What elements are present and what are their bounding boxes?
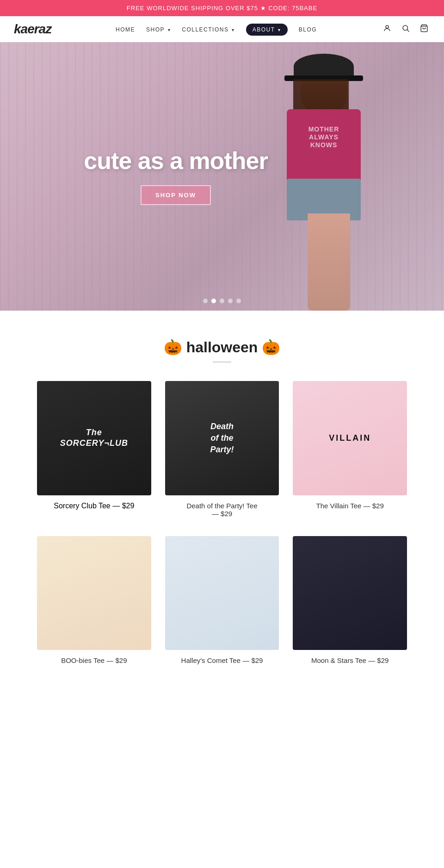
- product-card-villain[interactable]: The Villain Tee — $29: [293, 381, 407, 518]
- product-price-separator-villain: —: [364, 502, 372, 510]
- halloween-section-row2: BOO-bies Tee — $29 Halley's Comet Tee — …: [0, 536, 444, 702]
- product-image-death: [165, 381, 279, 495]
- section-title-halloween: 🎃 halloween 🎃: [37, 338, 407, 356]
- nav-item-shop[interactable]: SHOP ▾: [146, 25, 171, 33]
- product-title-villain: The Villain Tee: [316, 502, 362, 510]
- hero-content: cute as a mother SHOP NOW: [84, 148, 267, 205]
- product-name-villain: The Villain Tee — $29: [293, 502, 407, 510]
- nav-icon-group: [381, 22, 430, 36]
- product-price-halley: $29: [251, 656, 263, 664]
- nav-links: HOME SHOP ▾ COLLECTIONS ▾ ABOUT ▾ BLOG: [116, 25, 317, 33]
- collections-chevron-icon: ▾: [232, 27, 235, 32]
- product-card-boobies[interactable]: BOO-bies Tee — $29: [37, 536, 151, 665]
- product-title-boobies: BOO-bies Tee: [61, 656, 105, 664]
- shop-chevron-icon: ▾: [168, 27, 171, 32]
- svg-point-0: [386, 25, 388, 28]
- product-price-separator-death: —: [212, 510, 221, 518]
- announcement-text: FREE WORLDWIDE SHIPPING OVER $75 ★ CODE:…: [127, 5, 317, 12]
- product-name-sorcery: Sorcery Club Tee — $29: [37, 502, 151, 510]
- product-price-boobies: $29: [115, 656, 127, 664]
- product-price-moon: $29: [377, 656, 388, 664]
- product-image-boobies: [37, 536, 151, 650]
- nav-link-blog[interactable]: BLOG: [299, 26, 317, 33]
- product-price-villain: $29: [372, 502, 384, 510]
- product-name-halley: Halley's Comet Tee — $29: [165, 656, 279, 664]
- halloween-section: 🎃 halloween 🎃 Sorcery Club Tee — $29 Dea…: [0, 311, 444, 536]
- site-logo[interactable]: kaeraz: [14, 22, 51, 37]
- hero-dot-4[interactable]: [228, 299, 233, 303]
- product-grid-row2: BOO-bies Tee — $29 Halley's Comet Tee — …: [37, 536, 407, 665]
- hero-dot-3[interactable]: [220, 299, 224, 303]
- product-title-moon: Moon & Stars Tee: [311, 656, 366, 664]
- product-name-moon: Moon & Stars Tee — $29: [293, 656, 407, 664]
- hero-dot-1[interactable]: [203, 299, 208, 303]
- nav-link-collections[interactable]: COLLECTIONS ▾: [182, 26, 235, 33]
- product-price-sorcery: $29: [122, 502, 135, 510]
- product-price-death: $29: [221, 510, 232, 518]
- product-image-villain: [293, 381, 407, 495]
- product-price-separator-moon: —: [368, 656, 377, 664]
- nav-link-shop[interactable]: SHOP ▾: [146, 26, 171, 33]
- nav-item-blog[interactable]: BLOG: [299, 25, 317, 33]
- product-image-sorcery: [37, 381, 151, 495]
- cart-icon[interactable]: [418, 22, 430, 36]
- nav-item-home[interactable]: HOME: [116, 25, 135, 33]
- nav-item-collections[interactable]: COLLECTIONS ▾: [182, 25, 235, 33]
- nav-item-about[interactable]: ABOUT ▾: [246, 25, 288, 33]
- product-price-separator-boobies: —: [106, 656, 115, 664]
- account-icon[interactable]: [381, 22, 393, 36]
- hero-shop-now-button[interactable]: SHOP NOW: [141, 185, 211, 205]
- product-price-separator-halley: —: [242, 656, 251, 664]
- hero-dot-2[interactable]: [211, 299, 216, 303]
- svg-point-1: [403, 25, 408, 31]
- svg-line-2: [407, 30, 409, 31]
- product-title-halley: Halley's Comet Tee: [181, 656, 240, 664]
- product-title-death: Death of the Party! Tee: [186, 502, 257, 510]
- product-name-boobies: BOO-bies Tee — $29: [37, 656, 151, 664]
- product-image-moon: [293, 536, 407, 650]
- hero-title: cute as a mother: [84, 148, 267, 174]
- main-nav: kaeraz HOME SHOP ▾ COLLECTIONS ▾ ABOUT ▾…: [0, 16, 444, 42]
- hero-section: MOTHERALWAYSKNOWS cute as a mother SHOP …: [0, 42, 444, 311]
- hero-dot-5[interactable]: [236, 299, 241, 303]
- about-chevron-icon: ▾: [278, 27, 281, 32]
- product-title-sorcery: Sorcery Club Tee: [54, 502, 110, 510]
- nav-link-home[interactable]: HOME: [116, 26, 135, 33]
- product-image-halley: [165, 536, 279, 650]
- product-price-separator-sorcery: —: [112, 502, 122, 510]
- announcement-bar: FREE WORLDWIDE SHIPPING OVER $75 ★ CODE:…: [0, 0, 444, 16]
- nav-link-about[interactable]: ABOUT ▾: [246, 24, 288, 36]
- hero-carousel-dots: [203, 299, 241, 303]
- product-name-death: Death of the Party! Tee — $29: [165, 502, 279, 518]
- product-card-halley[interactable]: Halley's Comet Tee — $29: [165, 536, 279, 665]
- product-grid-row1: Sorcery Club Tee — $29 Death of the Part…: [37, 381, 407, 518]
- search-icon[interactable]: [400, 22, 412, 36]
- product-card-sorcery[interactable]: Sorcery Club Tee — $29: [37, 381, 151, 518]
- product-card-death[interactable]: Death of the Party! Tee — $29: [165, 381, 279, 518]
- product-card-moon[interactable]: Moon & Stars Tee — $29: [293, 536, 407, 665]
- section-divider: [213, 362, 231, 362]
